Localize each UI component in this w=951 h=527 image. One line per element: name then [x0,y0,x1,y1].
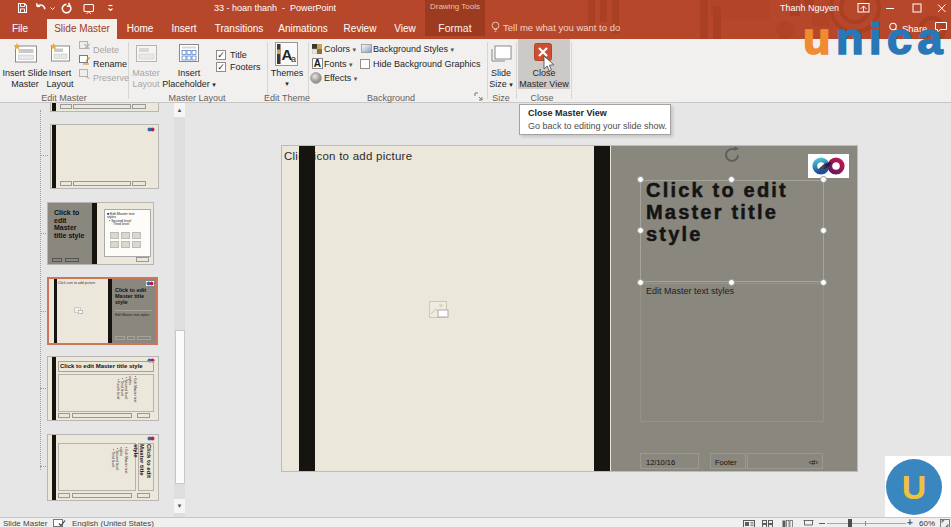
svg-text:U: U [902,468,927,506]
svg-text:a: a [291,54,296,64]
svg-text:A: A [314,58,321,69]
